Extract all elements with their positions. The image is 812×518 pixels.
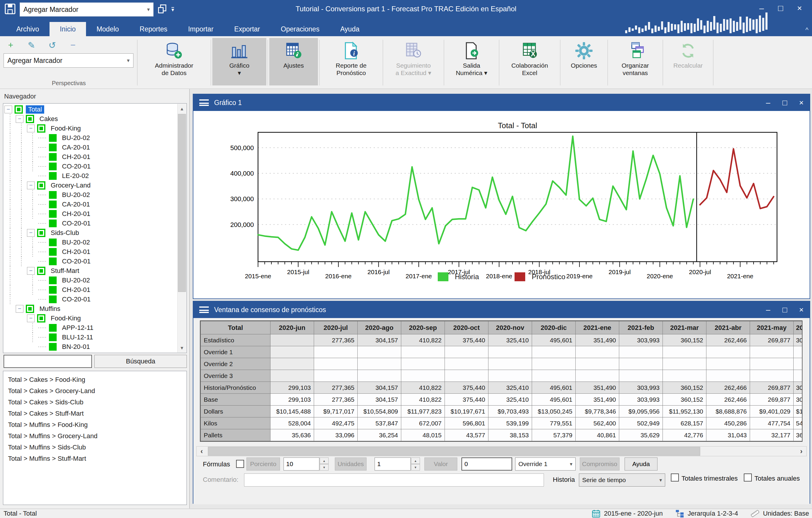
consensus-cell[interactable]: 628,157	[663, 418, 706, 429]
ribbon-seguimiento-exactitud-button[interactable]: Seguimiento a Exactitud ▾	[384, 38, 442, 85]
edit-perspective-button[interactable]: ✎	[25, 39, 38, 51]
consensus-cell[interactable]: 672,007	[401, 418, 445, 429]
consensus-col-header[interactable]: 2020-ago	[358, 321, 401, 334]
consensus-cell[interactable]: 277,365	[314, 334, 358, 346]
ribbon-salida-numerica-button[interactable]: Salida Numérica ▾	[445, 38, 498, 85]
consensus-cell[interactable]: 38,153	[488, 429, 532, 441]
consensus-cell[interactable]: 351,490	[576, 394, 619, 406]
remove-perspective-button[interactable]: −	[66, 39, 80, 51]
search-button[interactable]: Búsqueda	[94, 355, 187, 368]
tree-item[interactable]: −Cakes	[4, 114, 176, 124]
consensus-cell[interactable]	[576, 358, 619, 370]
consensus-cell[interactable]	[706, 358, 750, 370]
consensus-cell[interactable]	[793, 358, 803, 370]
tree-item[interactable]: LE-20-02	[4, 171, 176, 181]
tree-item[interactable]: −Stuff-Mart	[4, 266, 176, 276]
tree-item[interactable]: CA-20-01	[4, 200, 176, 209]
consensus-cell[interactable]	[270, 334, 314, 346]
consensus-cell[interactable]	[663, 370, 706, 382]
consensus-cell[interactable]: 375,440	[445, 382, 488, 394]
consensus-cell[interactable]: 31,043	[706, 429, 750, 441]
consensus-cell[interactable]: 262,466	[706, 394, 750, 406]
tree-item[interactable]: −Sids-Club	[4, 228, 176, 238]
porciento-button[interactable]: Porciento	[246, 458, 280, 470]
consensus-cell[interactable]	[488, 346, 532, 358]
tree-expand-box[interactable]: −	[16, 115, 23, 123]
tab-operaciones[interactable]: Operaciones	[270, 22, 330, 36]
tree-item[interactable]: CO-20-01	[4, 257, 176, 266]
consensus-col-header[interactable]: 2020-oct	[445, 321, 488, 334]
totales-trimestrales-checkbox[interactable]	[671, 473, 679, 482]
tree-item[interactable]: CO-20-01	[4, 219, 176, 228]
tree-item[interactable]: APP-12-11	[4, 323, 176, 333]
consensus-cell[interactable]: 539,199	[488, 418, 532, 429]
consensus-col-header[interactable]: Total	[201, 321, 270, 334]
tree-item[interactable]: CH-20-01	[4, 247, 176, 257]
consensus-cell[interactable]: 562,400	[576, 418, 619, 429]
porciento-spinner[interactable]: ▲▼	[320, 458, 328, 470]
valor-button[interactable]: Valor	[425, 458, 457, 470]
consensus-cell[interactable]: 360,152	[663, 394, 706, 406]
consensus-cell[interactable]: 375,440	[445, 334, 488, 346]
compromiso-button[interactable]: Compromiso	[580, 458, 619, 470]
hamburger-menu-icon[interactable]	[199, 307, 209, 313]
consensus-col-header[interactable]: 2020-sep	[401, 321, 445, 334]
tree-item[interactable]: BU-20-02	[4, 133, 176, 143]
consensus-col-header[interactable]: 202	[793, 321, 803, 334]
consensus-cell[interactable]: 495,601	[532, 394, 576, 406]
consensus-cell[interactable]: 309	[793, 334, 803, 346]
consensus-col-header[interactable]: 2020-jun	[270, 321, 314, 334]
consensus-cell[interactable]	[358, 358, 401, 370]
consensus-cell[interactable]: 269,877	[750, 382, 793, 394]
close-button[interactable]: ×	[793, 95, 810, 110]
minimize-button[interactable]: –	[760, 302, 776, 317]
consensus-window-titlebar[interactable]: Ventana de consenso de pronósticos – □ ×	[193, 301, 810, 318]
consensus-cell[interactable]: 410,822	[401, 334, 445, 346]
porciento-input[interactable]	[284, 458, 319, 470]
consensus-cell[interactable]: 375,440	[445, 394, 488, 406]
consensus-cell[interactable]: $13,050,245	[532, 406, 576, 418]
path-item[interactable]: Total > Cakes > Sids-Club	[3, 397, 186, 408]
consensus-col-header[interactable]: 2020-nov	[488, 321, 532, 334]
consensus-cell[interactable]: 502,949	[619, 418, 663, 429]
grafico-window-titlebar[interactable]: Gráfico 1 – □ ×	[193, 94, 810, 111]
tree-expand-box[interactable]: −	[27, 181, 35, 189]
minimize-button[interactable]: –	[752, 0, 771, 17]
consensus-cell[interactable]: 57,379	[532, 429, 576, 441]
ribbon-colaboracion-excel-button[interactable]: X Colaboración Excel	[501, 38, 559, 85]
scrollbar-thumb[interactable]	[178, 114, 186, 292]
formulas-checkbox[interactable]	[236, 460, 244, 468]
add-perspective-button[interactable]: +	[4, 39, 17, 51]
consensus-col-header[interactable]: 2021-may	[750, 321, 793, 334]
tree-item[interactable]: BLU-12-11	[4, 333, 176, 342]
consensus-cell[interactable]	[532, 370, 576, 382]
consensus-cell[interactable]	[401, 370, 445, 382]
consensus-col-header[interactable]: 2021-abr	[706, 321, 750, 334]
consensus-cell[interactable]	[532, 346, 576, 358]
consensus-cell[interactable]: 48,015	[401, 429, 445, 441]
consensus-cell[interactable]	[663, 358, 706, 370]
hamburger-menu-icon[interactable]	[199, 99, 209, 106]
consensus-cell[interactable]: 351,490	[576, 382, 619, 394]
tab-importar[interactable]: Importar	[178, 22, 224, 36]
scrollbar-thumb[interactable]	[208, 447, 700, 456]
tree-expand-box[interactable]: −	[27, 315, 35, 322]
consensus-cell[interactable]	[750, 358, 793, 370]
tree-expand-box[interactable]: −	[4, 106, 12, 113]
status-period[interactable]: 2015-ene - 2020-jun	[604, 510, 663, 517]
tree-item[interactable]: CH-20-01	[4, 152, 176, 162]
close-button[interactable]: ×	[793, 302, 810, 317]
consensus-cell[interactable]	[270, 370, 314, 382]
consensus-cell[interactable]: 325,410	[488, 394, 532, 406]
consensus-cell[interactable]: 35,636	[270, 429, 314, 441]
table-horizontal-scrollbar[interactable]: ‹ ›	[196, 446, 807, 456]
tab-inicio[interactable]: Inicio	[50, 22, 86, 36]
consensus-cell[interactable]	[793, 370, 803, 382]
consensus-cell[interactable]: $9,778,346	[576, 406, 619, 418]
path-item[interactable]: Total > Cakes > Stuff-Mart	[3, 408, 186, 419]
ribbon-administrador-datos-button[interactable]: Administrador de Datos	[139, 38, 209, 85]
minimize-button[interactable]: –	[760, 95, 776, 110]
consensus-cell[interactable]: $11,977,823	[401, 406, 445, 418]
consensus-cell[interactable]: 32,177	[750, 429, 793, 441]
consensus-col-header[interactable]: 2020-jul	[314, 321, 358, 334]
